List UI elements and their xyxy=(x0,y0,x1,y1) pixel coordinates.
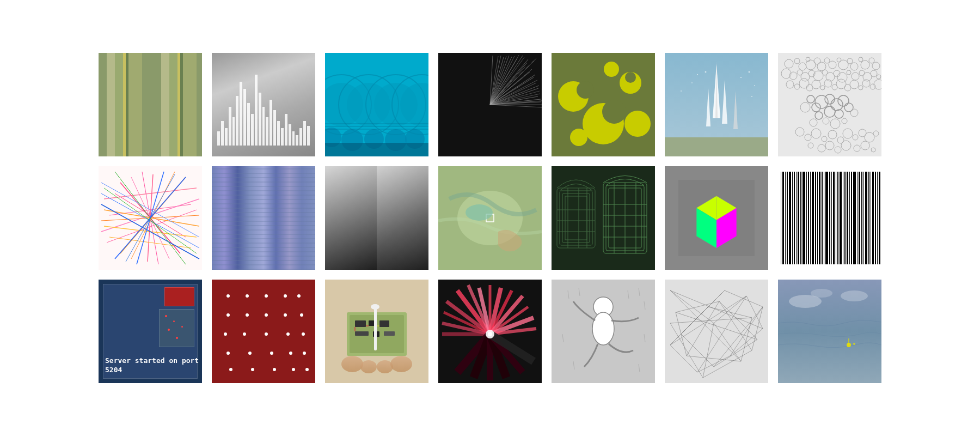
svg-rect-272 xyxy=(875,172,876,264)
svg-rect-240 xyxy=(800,172,801,264)
svg-rect-261 xyxy=(849,172,850,264)
thumbnail-15[interactable]: Server started on port 5204 xyxy=(99,280,202,383)
svg-rect-254 xyxy=(833,172,835,264)
svg-rect-257 xyxy=(840,172,842,264)
thumbnail-19[interactable] xyxy=(552,280,655,383)
svg-point-293 xyxy=(270,352,273,355)
svg-point-395 xyxy=(841,290,868,301)
svg-rect-242 xyxy=(806,172,807,264)
svg-rect-262 xyxy=(851,172,852,264)
svg-point-60 xyxy=(602,100,626,124)
svg-rect-274 xyxy=(879,172,880,264)
svg-point-314 xyxy=(360,360,377,373)
svg-point-283 xyxy=(265,313,268,317)
thumbnail-3[interactable] xyxy=(325,53,428,156)
svg-rect-259 xyxy=(844,172,846,264)
thumbnail-10[interactable] xyxy=(325,166,428,270)
thumbnail-4[interactable]: /* rendered by lines below */ xyxy=(438,53,542,156)
svg-point-282 xyxy=(246,313,249,317)
svg-rect-252 xyxy=(829,172,830,264)
svg-point-315 xyxy=(377,360,393,373)
svg-point-291 xyxy=(226,352,230,355)
thumbnail-20[interactable] xyxy=(665,280,768,383)
svg-point-295 xyxy=(303,352,306,355)
svg-rect-239 xyxy=(798,172,799,264)
svg-point-288 xyxy=(265,332,268,336)
svg-point-75 xyxy=(754,85,755,86)
thumbnail-7[interactable] xyxy=(778,53,881,156)
svg-rect-307 xyxy=(355,331,369,336)
svg-point-76 xyxy=(681,90,682,92)
svg-rect-251 xyxy=(825,172,828,264)
thumbnail-18[interactable] xyxy=(438,280,542,383)
svg-rect-253 xyxy=(831,172,832,264)
svg-point-62 xyxy=(625,72,636,83)
svg-point-59 xyxy=(604,62,619,77)
thumbnail-13[interactable] xyxy=(665,166,768,270)
svg-point-396 xyxy=(811,289,832,298)
svg-point-278 xyxy=(265,294,268,298)
svg-point-58 xyxy=(570,129,587,146)
svg-point-298 xyxy=(273,368,276,371)
thumbnail-9[interactable] xyxy=(212,166,315,270)
svg-rect-236 xyxy=(792,172,793,264)
svg-point-284 xyxy=(284,313,287,317)
svg-rect-258 xyxy=(843,172,843,264)
svg-rect-250 xyxy=(824,172,824,264)
svg-rect-317 xyxy=(374,307,377,350)
svg-rect-237 xyxy=(794,172,795,264)
svg-point-290 xyxy=(302,332,305,336)
svg-rect-247 xyxy=(817,172,818,264)
thumbnail-11[interactable] xyxy=(438,166,542,270)
svg-point-57 xyxy=(624,111,651,137)
svg-point-74 xyxy=(749,71,750,73)
svg-rect-263 xyxy=(853,172,856,264)
svg-rect-238 xyxy=(796,172,797,264)
svg-point-73 xyxy=(740,77,742,78)
thumbnail-5[interactable] xyxy=(552,53,655,156)
thumbnail-6[interactable] xyxy=(665,53,768,156)
svg-rect-268 xyxy=(865,172,867,264)
svg-rect-241 xyxy=(803,172,805,264)
svg-rect-64 xyxy=(665,137,768,156)
svg-point-77 xyxy=(751,96,752,97)
svg-rect-246 xyxy=(815,172,816,264)
thumbnail-1[interactable] xyxy=(99,53,202,156)
svg-rect-244 xyxy=(810,172,811,264)
svg-rect-304 xyxy=(355,320,366,327)
svg-rect-14 xyxy=(325,143,428,156)
svg-rect-271 xyxy=(872,172,874,264)
svg-point-341 xyxy=(488,332,492,336)
svg-rect-266 xyxy=(861,172,862,264)
thumbnail-12[interactable] xyxy=(552,166,655,270)
svg-rect-243 xyxy=(808,172,809,264)
svg-point-344 xyxy=(592,312,614,345)
svg-point-297 xyxy=(251,368,254,371)
thumbnail-14[interactable] xyxy=(778,166,881,270)
svg-rect-234 xyxy=(787,172,788,264)
svg-point-71 xyxy=(705,71,707,73)
thumbnail-16[interactable] xyxy=(212,280,315,383)
thumbnail-2[interactable] xyxy=(212,53,315,156)
thumbnail-8[interactable] xyxy=(99,166,202,270)
svg-rect-233 xyxy=(785,172,786,264)
svg-rect-267 xyxy=(863,172,864,264)
svg-rect-256 xyxy=(837,172,838,264)
image-gallery: /* rendered by lines below */ xyxy=(82,37,898,399)
svg-rect-232 xyxy=(782,172,784,264)
svg-rect-235 xyxy=(789,172,791,264)
svg-point-61 xyxy=(577,81,594,99)
svg-rect-306 xyxy=(379,320,389,327)
thumbnail-17[interactable] xyxy=(325,280,428,383)
svg-rect-273 xyxy=(877,172,878,264)
svg-point-393 xyxy=(853,343,855,345)
svg-rect-255 xyxy=(836,172,836,264)
thumbnail-21[interactable] xyxy=(778,280,881,383)
svg-point-287 xyxy=(243,332,246,336)
svg-point-292 xyxy=(248,352,252,355)
svg-point-277 xyxy=(246,294,249,298)
svg-point-276 xyxy=(226,294,230,298)
svg-rect-309 xyxy=(384,331,395,336)
svg-point-289 xyxy=(286,332,290,336)
svg-point-70 xyxy=(697,74,698,75)
